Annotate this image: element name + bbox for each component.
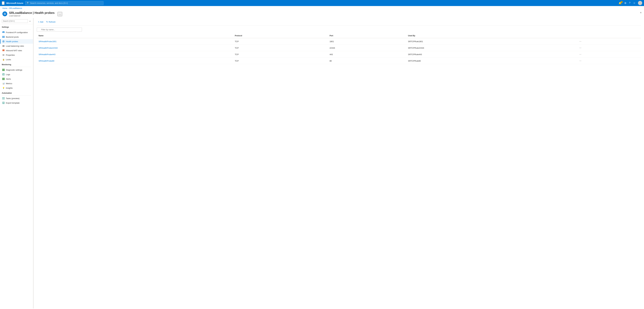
svg-rect-21 — [2, 70, 3, 71]
probe-link[interactable]: SRHealthProbe1801 — [38, 40, 56, 42]
sidebar-item-properties[interactable]: Properties — [0, 53, 33, 57]
cell-name: SRHealthProbe1801 — [37, 38, 233, 45]
table-header: Name Protocol Port Used By — [37, 34, 641, 38]
settings-button[interactable]: ⚙ — [623, 1, 627, 5]
sidebar-section-monitoring: Monitoring Diagnostic settings Logs Aler… — [0, 62, 33, 90]
add-label: Add — [40, 21, 43, 23]
cell-name: SRHealthProbe80 — [37, 58, 233, 64]
row-menu-button[interactable]: ··· — [578, 46, 582, 50]
row-menu-button[interactable]: ··· — [578, 40, 582, 43]
filter-bar: 🔍 — [37, 28, 641, 32]
breadcrumb-separator: › — [8, 7, 8, 9]
filter-input[interactable] — [37, 28, 82, 32]
cell-port: 22334 — [328, 45, 406, 51]
frontend-ip-icon — [2, 31, 5, 34]
cell-menu: ··· — [577, 45, 641, 51]
cell-used-by: SRTCPRule80 — [406, 58, 577, 64]
table-row: SRHealthProbe443 TCP 443 SRTCPRule443 ··… — [37, 51, 641, 58]
sidebar: « Settings Frontend IP configuration Bac… — [0, 18, 33, 308]
breadcrumb-home[interactable]: Home — [2, 7, 7, 9]
sidebar-collapse-button[interactable]: « — [29, 20, 31, 22]
health-probes-icon — [2, 40, 5, 42]
sidebar-item-label: Backend pools — [6, 36, 19, 38]
svg-rect-8 — [4, 37, 4, 38]
svg-rect-12 — [2, 46, 4, 46]
toolbar: + Add ↻ Refresh — [37, 20, 641, 26]
page-title-group: SRLoadBalance | Health probes Load balan… — [9, 11, 54, 17]
row-menu-button[interactable]: ··· — [578, 53, 582, 56]
cell-protocol: TCP — [233, 45, 328, 51]
cell-used-by: SRTCPRule22334 — [406, 45, 577, 51]
probe-link[interactable]: SRHealthProbe80 — [38, 60, 54, 62]
sidebar-item-tasks[interactable]: Tasks (preview) — [0, 96, 33, 100]
table-row: SRHealthProbe22334 TCP 22334 SRTCPRule22… — [37, 45, 641, 51]
sidebar-item-label: Alerts — [6, 78, 11, 80]
sidebar-item-label: Tasks (preview) — [6, 97, 20, 100]
probe-link[interactable]: SRHealthProbe22334 — [38, 47, 58, 49]
sidebar-item-label: Logs — [6, 73, 10, 76]
sidebar-item-backend-pools[interactable]: Backend pools — [0, 35, 33, 39]
add-icon: + — [38, 21, 39, 23]
help-button[interactable]: ? — [628, 1, 631, 5]
sidebar-item-logs[interactable]: Logs — [0, 72, 33, 77]
search-input[interactable] — [30, 2, 102, 4]
row-menu-button[interactable]: ··· — [578, 59, 582, 62]
breadcrumb: Home › SRLoadBalance — [0, 6, 644, 10]
sidebar-item-inbound-nat-rules[interactable]: Inbound NAT rules — [0, 48, 33, 53]
inbound-nat-icon — [2, 49, 5, 52]
svg-rect-6 — [4, 36, 4, 37]
svg-rect-22 — [4, 70, 4, 71]
breadcrumb-resource[interactable]: SRLoadBalance — [9, 7, 22, 9]
sidebar-item-alerts[interactable]: Alerts — [0, 77, 33, 81]
svg-point-30 — [2, 98, 3, 98]
feedback-button[interactable]: ☺ — [632, 1, 636, 5]
topbar-icons: 🔔 4 ⚙ ? ☺ — [618, 1, 642, 5]
cell-menu: ··· — [577, 58, 641, 64]
sidebar-item-health-probes[interactable]: Health probes — [0, 39, 33, 44]
hamburger-button[interactable]: ☰ — [2, 1, 4, 5]
table-row: SRHealthProbe1801 TCP 1801 SRTCPRule1801… — [37, 38, 641, 45]
svg-rect-20 — [4, 69, 4, 70]
cell-port: 1801 — [328, 38, 406, 45]
sidebar-item-diagnostic-settings[interactable]: Diagnostic settings — [0, 68, 33, 72]
global-search[interactable]: 🔍 — [25, 1, 104, 5]
close-button[interactable]: × — [640, 11, 642, 14]
refresh-icon: ↻ — [46, 21, 48, 23]
sidebar-item-label: Health probes — [6, 40, 18, 42]
more-options-button[interactable]: ... — [58, 12, 62, 16]
notifications-button[interactable]: 🔔 4 — [618, 1, 622, 5]
properties-icon — [2, 54, 5, 56]
svg-rect-24 — [3, 74, 4, 74]
table-row: SRHealthProbe80 TCP 80 SRTCPRule80 ··· — [37, 58, 641, 64]
sidebar-item-metrics[interactable]: 📊 Metrics — [0, 81, 33, 86]
table-body: SRHealthProbe1801 TCP 1801 SRTCPRule1801… — [37, 38, 641, 64]
sidebar-item-label: Diagnostic settings — [6, 69, 22, 71]
sidebar-item-load-balancing-rules[interactable]: Load balancing rules — [0, 44, 33, 48]
diagnostic-settings-icon — [2, 69, 5, 71]
sidebar-item-insights[interactable]: 💡 Insights — [0, 86, 33, 90]
layout: « Settings Frontend IP configuration Bac… — [0, 18, 644, 308]
sidebar-item-frontend-ip[interactable]: Frontend IP configuration — [0, 30, 33, 35]
svg-point-31 — [4, 98, 4, 98]
svg-rect-11 — [2, 45, 4, 46]
sidebar-item-export-template[interactable]: Export template — [0, 100, 33, 105]
health-probes-table: Name Protocol Port Used By SRHealthProbe… — [37, 34, 641, 64]
refresh-button[interactable]: ↻ Refresh — [45, 20, 57, 24]
brand-label: Microsoft Azure — [6, 2, 23, 4]
probe-link[interactable]: SRHealthProbe443 — [38, 53, 56, 56]
avatar[interactable] — [638, 1, 642, 5]
svg-rect-14 — [2, 50, 4, 50]
add-button[interactable]: + Add — [37, 20, 44, 24]
svg-point-33 — [4, 99, 4, 100]
sidebar-item-label: Properties — [6, 54, 15, 56]
svg-rect-29 — [4, 79, 4, 80]
automation-section-label: Automation — [0, 90, 33, 95]
sidebar-search-input[interactable] — [2, 19, 28, 23]
svg-point-32 — [2, 99, 3, 100]
tasks-icon — [2, 97, 5, 100]
svg-rect-18 — [2, 56, 4, 56]
svg-rect-2 — [2, 32, 4, 32]
cell-port: 80 — [328, 58, 406, 64]
sidebar-item-locks[interactable]: 🔒 Locks — [0, 57, 33, 62]
svg-point-1 — [4, 14, 5, 14]
